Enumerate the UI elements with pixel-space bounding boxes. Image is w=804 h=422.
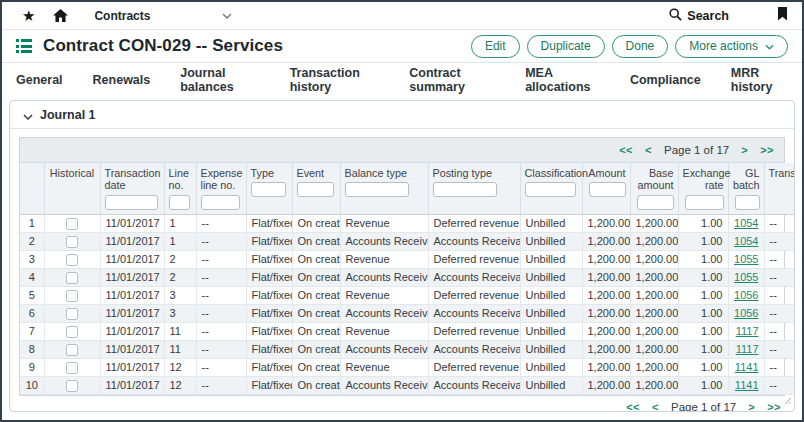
- gl-batch-link[interactable]: 1141: [735, 361, 759, 373]
- cell-event: On create: [292, 322, 340, 340]
- tab-general[interactable]: General: [16, 64, 63, 96]
- historical-checkbox[interactable]: [66, 362, 78, 374]
- search-label: Search: [687, 9, 729, 23]
- tab-mea-allocations[interactable]: MEA allocations: [525, 57, 600, 103]
- cell-classification: Unbilled: [520, 358, 582, 376]
- journal-panel: Journal 1 << < Page 1 of 17 > >> Histori…: [9, 100, 795, 412]
- filter-input-amount[interactable]: [589, 182, 626, 197]
- filter-input-posting_type[interactable]: [433, 182, 497, 197]
- cell-posting_type: Deferred revenue: [428, 286, 520, 304]
- historical-checkbox[interactable]: [66, 254, 78, 266]
- cell-exchange_rate: 1.00: [678, 340, 728, 358]
- first-page-button[interactable]: <<: [626, 401, 640, 412]
- cell-expense_line_no: --: [196, 358, 246, 376]
- table-row: 611/01/20173--Flat/fixedOn createAccount…: [20, 304, 795, 322]
- tab-mrr-history[interactable]: MRR history: [731, 57, 788, 103]
- last-page-button[interactable]: >>: [767, 401, 781, 412]
- tab-renewals[interactable]: Renewals: [93, 64, 151, 96]
- tab-journal-balances[interactable]: Journal balances: [180, 57, 259, 103]
- bookmark-icon[interactable]: [777, 7, 788, 25]
- first-page-button[interactable]: <<: [619, 144, 633, 156]
- gl-batch-link[interactable]: 1117: [736, 343, 759, 355]
- cell-event: On create: [292, 214, 340, 232]
- filter-input-expense_line_no[interactable]: [201, 195, 240, 210]
- tab-contract-summary[interactable]: Contract summary: [409, 57, 495, 103]
- filter-input-base_amount[interactable]: [637, 195, 674, 210]
- cell-type: Flat/fixed: [246, 232, 292, 250]
- pagination-bottom: << < Page 1 of 17 > >>: [19, 397, 785, 412]
- more-actions-button[interactable]: More actions: [675, 35, 788, 58]
- historical-checkbox[interactable]: [66, 218, 78, 230]
- cell-expense_line_no: --: [196, 286, 246, 304]
- table-row: 311/01/20172--Flat/fixedOn createRevenue…: [20, 250, 795, 268]
- journal-section-toggle[interactable]: Journal 1: [10, 101, 794, 129]
- filter-input-classification[interactable]: [525, 182, 576, 197]
- tab-transaction-history[interactable]: Transaction history: [290, 57, 380, 103]
- edit-button[interactable]: Edit: [471, 35, 520, 58]
- search-button[interactable]: Search: [669, 7, 729, 25]
- historical-checkbox[interactable]: [66, 380, 78, 392]
- duplicate-button[interactable]: Duplicate: [527, 35, 605, 58]
- column-label: Transaction: [769, 167, 796, 179]
- cell-historical: [44, 250, 100, 268]
- gl-batch-link[interactable]: 1055: [734, 271, 758, 283]
- column-header-base_amount: Base amount: [630, 163, 678, 214]
- gl-batch-link[interactable]: 1056: [734, 307, 758, 319]
- cell-amount: 1,200.00: [582, 304, 630, 322]
- table-body: 111/01/20171--Flat/fixedOn createRevenue…: [20, 214, 795, 394]
- chevron-down-icon[interactable]: [222, 13, 232, 19]
- historical-checkbox[interactable]: [66, 344, 78, 356]
- cell-amount: 1,200.00: [582, 268, 630, 286]
- filter-input-line_no[interactable]: [169, 195, 190, 210]
- gl-batch-link[interactable]: 1141: [735, 379, 759, 391]
- cell-expense_line_no: --: [196, 214, 246, 232]
- cell-posting_type: Accounts Receivable: [428, 304, 520, 322]
- column-label: Type: [251, 167, 288, 179]
- cell-transaction_date: 11/01/2017: [100, 286, 164, 304]
- filter-input-gl_batch[interactable]: [735, 195, 760, 210]
- cell-classification: Unbilled: [520, 214, 582, 232]
- column-header-amount: Amount: [582, 163, 630, 214]
- historical-checkbox[interactable]: [66, 272, 78, 284]
- filter-input-transaction_date[interactable]: [105, 195, 158, 210]
- next-page-button[interactable]: >: [741, 144, 748, 156]
- star-icon[interactable]: ★: [22, 8, 35, 23]
- record-list-icon[interactable]: [16, 39, 33, 53]
- historical-checkbox[interactable]: [66, 326, 78, 338]
- home-icon[interactable]: [53, 9, 68, 23]
- gl-batch-link[interactable]: 1054: [734, 235, 758, 247]
- cell-type: Flat/fixed: [246, 268, 292, 286]
- gl-batch-link[interactable]: 1055: [734, 253, 758, 265]
- cell-base_amount: 1,200.00: [630, 358, 678, 376]
- cell-amount: 1,200.00: [582, 286, 630, 304]
- cell-historical: [44, 358, 100, 376]
- historical-checkbox[interactable]: [66, 290, 78, 302]
- page-title: Contract CON-029 -- Services: [43, 36, 283, 56]
- cell-row_num: 7: [20, 322, 44, 340]
- historical-checkbox[interactable]: [66, 308, 78, 320]
- gl-batch-link[interactable]: 1054: [734, 217, 758, 229]
- filter-input-event[interactable]: [297, 182, 334, 197]
- gl-batch-link[interactable]: 1117: [736, 325, 759, 337]
- prev-page-button[interactable]: <: [652, 401, 659, 412]
- filter-input-balance_type[interactable]: [345, 182, 409, 197]
- last-page-button[interactable]: >>: [760, 144, 774, 156]
- cell-classification: Unbilled: [520, 250, 582, 268]
- chevron-down-icon: [765, 39, 774, 53]
- column-label: Historical: [49, 167, 96, 179]
- next-page-button[interactable]: >: [748, 401, 755, 412]
- resize-handle-icon[interactable]: [784, 391, 792, 409]
- done-button[interactable]: Done: [612, 35, 669, 58]
- cell-expense_line_no: --: [196, 304, 246, 322]
- column-label: Classification: [525, 167, 578, 179]
- cell-classification: Unbilled: [520, 322, 582, 340]
- historical-checkbox[interactable]: [66, 236, 78, 248]
- prev-page-button[interactable]: <: [645, 144, 652, 156]
- gl-batch-link[interactable]: 1056: [734, 289, 758, 301]
- cell-classification: Unbilled: [520, 232, 582, 250]
- contracts-nav-dropdown[interactable]: Contracts: [94, 9, 150, 23]
- filter-input-type[interactable]: [251, 182, 286, 197]
- tab-compliance[interactable]: Compliance: [630, 64, 701, 96]
- filter-input-exchange_rate[interactable]: [685, 195, 724, 210]
- cell-type: Flat/fixed: [246, 250, 292, 268]
